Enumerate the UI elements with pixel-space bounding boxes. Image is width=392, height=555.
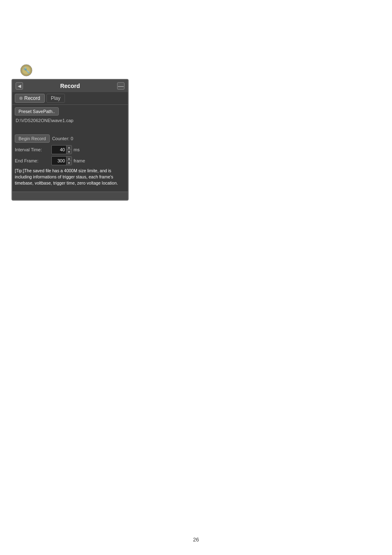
counter-display: Counter: 0 — [52, 136, 73, 141]
dialog-title: Record — [23, 83, 117, 89]
end-frame-unit: frame — [74, 158, 85, 163]
end-frame-input[interactable] — [52, 157, 66, 164]
end-frame-up[interactable]: ▲ — [66, 157, 71, 161]
bottom-bar — [12, 192, 128, 200]
end-frame-label: End Frame: — [15, 158, 50, 163]
file-path-display: D:\VDS2062ONE\wave1.cap — [15, 117, 125, 124]
tab-play-label: Play — [51, 95, 60, 101]
end-frame-spinner: ▲ ▼ — [66, 157, 71, 165]
interval-time-input[interactable] — [52, 146, 66, 153]
end-frame-input-wrap: ▲ ▼ — [51, 156, 72, 165]
app-icon: 🔧 — [20, 64, 33, 77]
tab-record-label: Record — [24, 95, 40, 101]
page-container: 🔧 ◀ Record — Record Play Preset SavePath… — [0, 0, 392, 555]
tab-play[interactable]: Play — [46, 94, 65, 103]
end-frame-down[interactable]: ▼ — [66, 161, 71, 165]
interval-time-unit: ms — [74, 147, 80, 152]
preset-savepath-button[interactable]: Preset SavePath.. — [15, 107, 59, 116]
tab-row: Record Play — [12, 92, 128, 105]
back-button[interactable]: ◀ — [16, 82, 23, 90]
page-number: 26 — [193, 536, 199, 543]
record-dot-icon — [19, 97, 23, 100]
minimize-button[interactable]: — — [117, 82, 125, 90]
tip-text: [Tip:]The saved file has a 4000M size li… — [15, 168, 125, 187]
title-bar: ◀ Record — — [12, 80, 128, 92]
end-frame-row: End Frame: ▲ ▼ frame — [15, 156, 125, 165]
interval-time-up[interactable]: ▲ — [66, 146, 71, 150]
interval-time-label: Interval Time: — [15, 147, 50, 152]
tab-record[interactable]: Record — [15, 94, 45, 103]
begin-record-row: Begin Record Counter: 0 — [15, 134, 125, 143]
svg-text:🔧: 🔧 — [23, 67, 30, 74]
interval-time-row: Interval Time: ▲ ▼ ms — [15, 145, 125, 154]
content-area: Preset SavePath.. D:\VDS2062ONE\wave1.ca… — [12, 105, 128, 192]
interval-time-down[interactable]: ▼ — [66, 150, 71, 154]
begin-record-button[interactable]: Begin Record — [15, 134, 50, 143]
interval-time-spinner: ▲ ▼ — [66, 146, 71, 154]
interval-time-input-wrap: ▲ ▼ — [51, 145, 72, 154]
dialog-window: ◀ Record — Record Play Preset SavePath..… — [12, 79, 129, 201]
spacer — [15, 126, 125, 134]
